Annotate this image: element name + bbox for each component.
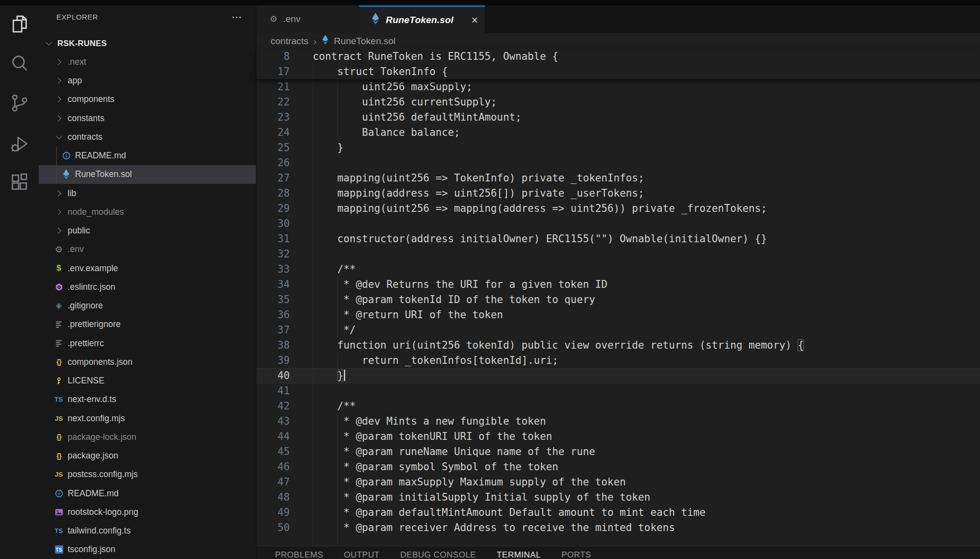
panel-tab-terminal[interactable]: TERMINAL (497, 550, 541, 559)
tree-item-license[interactable]: LICENSE (39, 372, 256, 390)
code-line[interactable]: 25 } (256, 140, 980, 155)
code-line[interactable]: 23 uint256 defaultMintAmount; (256, 110, 980, 125)
tree-item-tailwind.config.ts[interactable]: TStailwind.config.ts (39, 522, 256, 540)
line-number[interactable]: 22 (256, 95, 290, 110)
line-number[interactable]: 37 (256, 323, 290, 338)
line-number[interactable]: 17 (256, 64, 290, 79)
line-number[interactable]: 25 (256, 140, 290, 155)
tree-item-.env[interactable]: ⚙.env (39, 240, 256, 259)
tree-item-components.json[interactable]: {}components.json (39, 353, 256, 371)
code-line[interactable]: 32 (256, 247, 980, 262)
breadcrumb-folder[interactable]: contracts (271, 36, 308, 47)
code-line[interactable]: 45 * @param runeName Unique name of the … (256, 444, 980, 459)
breadcrumb-file[interactable]: RuneToken.sol (334, 36, 396, 47)
tree-item-components[interactable]: components (39, 90, 256, 109)
line-number[interactable]: 28 (256, 186, 290, 201)
code-line[interactable]: 17 struct TokenInfo { (256, 64, 980, 79)
tree-item-constants[interactable]: constants (39, 109, 256, 127)
activity-extensions[interactable] (0, 167, 39, 199)
code-line[interactable]: 33 /** (256, 262, 980, 277)
line-number[interactable]: 8 (256, 49, 290, 64)
line-number[interactable]: 30 (256, 216, 290, 231)
tree-item-next-env.d.ts[interactable]: TSnext-env.d.ts (39, 390, 256, 409)
tree-item-.gitignore[interactable]: .gitignore (39, 297, 256, 315)
line-number[interactable]: 41 (256, 383, 290, 399)
code-line[interactable]: 49 * @param defaultMintAmount Default am… (256, 505, 980, 520)
code-line[interactable]: 35 * @param tokenId ID of the token to q… (256, 292, 980, 307)
code-area[interactable]: 21 uint256 maxSupply;22 uint256 currentS… (256, 79, 980, 546)
code-line[interactable]: 42 /** (256, 399, 980, 414)
line-number[interactable]: 23 (256, 110, 290, 125)
tree-item-next.config.mjs[interactable]: JSnext.config.mjs (39, 409, 256, 428)
tree-item-.next[interactable]: .next (39, 52, 256, 71)
panel-tab-ports[interactable]: PORTS (561, 550, 591, 559)
tree-item-tsconfig.json[interactable]: TStsconfig.json (39, 540, 256, 559)
code-line[interactable]: 43 * @dev Mints a new fungible token (256, 414, 980, 429)
tree-item-.prettierignore[interactable]: .prettierignore (39, 315, 256, 334)
line-number[interactable]: 50 (256, 520, 290, 535)
tree-item-rsk-runes[interactable]: RSK-RUNES (39, 34, 256, 52)
tree-item-contracts[interactable]: contracts (39, 127, 256, 146)
code-line[interactable]: 39 return _tokenInfos[tokenId].uri; (256, 353, 980, 368)
tree-item-.prettierrc[interactable]: .prettierrc (39, 334, 256, 353)
line-number[interactable]: 44 (256, 429, 290, 444)
code-line-active[interactable]: 40 } (256, 368, 980, 383)
line-number[interactable]: 39 (256, 353, 290, 368)
code-line[interactable]: 34 * @dev Returns the URI for a given to… (256, 277, 980, 292)
code-line[interactable]: 30 (256, 216, 980, 231)
line-number[interactable]: 45 (256, 444, 290, 459)
tree-item-.eslintrc.json[interactable]: .eslintrc.json (39, 278, 256, 296)
line-number[interactable]: 38 (256, 338, 290, 353)
code-line[interactable]: 27 mapping(uint256 => TokenInfo) private… (256, 171, 980, 186)
more-actions-icon[interactable]: ⋯ (232, 15, 242, 20)
line-number[interactable]: 21 (256, 79, 290, 95)
tab-runetoken[interactable]: RuneToken.sol × (359, 5, 485, 33)
code-line[interactable]: 28 mapping(address => uint256[]) private… (256, 186, 980, 201)
line-number[interactable]: 34 (256, 277, 290, 292)
line-number[interactable]: 46 (256, 459, 290, 475)
tree-item-package.json[interactable]: {}package.json (39, 447, 256, 465)
tree-item-package-lock.json[interactable]: {}package-lock.json (39, 428, 256, 446)
line-number[interactable]: 40 (256, 368, 290, 383)
code-line[interactable]: 41 (256, 383, 980, 399)
code-line[interactable] (256, 535, 980, 546)
line-number[interactable]: 31 (256, 231, 290, 247)
tree-item-node-modules[interactable]: node_modules (39, 203, 256, 221)
line-number[interactable]: 49 (256, 505, 290, 520)
code-line[interactable]: 46 * @param symbol Symbol of the token (256, 459, 980, 475)
code-line[interactable]: 50 * @param receiver Address to receive … (256, 520, 980, 535)
tree-item-lib[interactable]: lib (39, 184, 256, 203)
code-line[interactable]: 38 function uri(uint256 tokenId) public … (256, 338, 980, 353)
code-line[interactable]: 8contract RuneToken is ERC1155, Ownable … (256, 49, 980, 64)
tree-item-rootstock-logo.png[interactable]: rootstock-logo.png (39, 503, 256, 521)
line-number[interactable]: 24 (256, 125, 290, 140)
code-line[interactable]: 21 uint256 maxSupply; (256, 79, 980, 95)
tree-item-.env.example[interactable]: $.env.example (39, 259, 256, 278)
panel-tab-problems[interactable]: PROBLEMS (275, 550, 323, 559)
tree-item-postcss.config.mjs[interactable]: JSpostcss.config.mjs (39, 465, 256, 484)
code-line[interactable]: 31 constructor(address initialOwner) ERC… (256, 231, 980, 247)
tree-item-readme.md[interactable]: README.md (39, 147, 256, 165)
line-number[interactable]: 27 (256, 171, 290, 186)
tab-env[interactable]: ⚙ .env (256, 5, 359, 33)
tree-item-app[interactable]: app (39, 72, 256, 90)
activity-explorer[interactable] (0, 9, 39, 41)
tree-item-readme.md[interactable]: README.md (39, 484, 256, 503)
line-number[interactable]: 42 (256, 399, 290, 414)
activity-source-control[interactable] (0, 88, 39, 120)
line-number[interactable]: 47 (256, 475, 290, 490)
code-line[interactable]: 48 * @param initialSupply Initial supply… (256, 490, 980, 505)
line-number[interactable]: 48 (256, 490, 290, 505)
tree-item-public[interactable]: public (39, 222, 256, 240)
panel-tab-debug-console[interactable]: DEBUG CONSOLE (400, 550, 476, 559)
code-line[interactable]: 22 uint256 currentSupply; (256, 95, 980, 110)
line-number[interactable]: 43 (256, 414, 290, 429)
code-line[interactable]: 44 * @param tokenURI URI of the token (256, 429, 980, 444)
line-number[interactable]: 36 (256, 307, 290, 323)
code-line[interactable]: 36 * @return URI of the token (256, 307, 980, 323)
close-icon[interactable]: × (472, 15, 478, 25)
code-line[interactable]: 29 mapping(uint256 => mapping(address =>… (256, 201, 980, 216)
panel-tab-output[interactable]: OUTPUT (344, 550, 379, 559)
code-line[interactable]: 47 * @param maxSupply Maximum supply of … (256, 475, 980, 490)
code-line[interactable]: 26 (256, 155, 980, 171)
